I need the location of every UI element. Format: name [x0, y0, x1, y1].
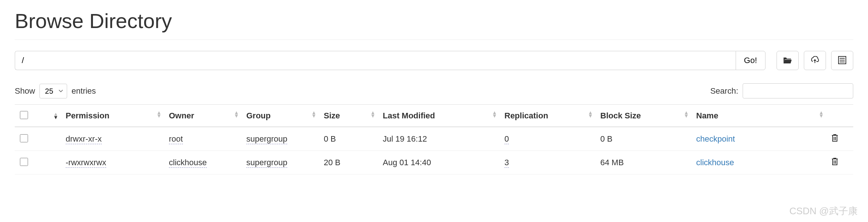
select-all-checkbox[interactable]	[20, 111, 28, 119]
upload-button[interactable]	[804, 51, 826, 70]
col-select-all[interactable]	[15, 105, 41, 127]
entries-select[interactable]: 25	[39, 84, 67, 98]
cell-size: 0 B	[324, 134, 336, 143]
search-input[interactable]	[743, 83, 853, 98]
col-last-modified[interactable]: Last Modified▲▼	[379, 105, 501, 127]
search-label: Search:	[710, 86, 738, 96]
cell-group[interactable]: supergroup	[246, 134, 287, 144]
cell-replication[interactable]: 3	[504, 158, 509, 168]
show-label: Show	[15, 86, 35, 96]
cell-block-size: 0 B	[600, 134, 612, 143]
col-permission[interactable]: Permission▲▼	[62, 105, 165, 127]
cell-last-modified: Aug 01 14:40	[383, 158, 431, 167]
col-name[interactable]: Name▲▼	[692, 105, 827, 127]
show-entries: Show 25 entries	[15, 84, 96, 98]
table-controls: Show 25 entries Search:	[15, 83, 853, 98]
col-group-label: Group	[246, 111, 271, 120]
col-owner[interactable]: Owner▲▼	[165, 105, 243, 127]
col-last-modified-label: Last Modified	[383, 111, 435, 120]
cell-block-size: 64 MB	[600, 158, 624, 167]
col-replication-label: Replication	[504, 111, 548, 120]
page-title: Browse Directory	[15, 9, 853, 33]
cell-name-link[interactable]: clickhouse	[696, 158, 734, 167]
col-permission-label: Permission	[66, 111, 110, 120]
trash-icon	[831, 159, 839, 168]
toolbar-buttons	[777, 51, 853, 70]
cell-name-link[interactable]: checkpoint	[696, 134, 735, 143]
col-owner-label: Owner	[169, 111, 194, 120]
col-group[interactable]: Group▲▼	[243, 105, 320, 127]
col-sort[interactable]: ▲▼	[41, 105, 62, 127]
table-row: drwxr-xr-x root supergroup 0 B Jul 19 16…	[15, 127, 853, 151]
upload-cloud-icon	[810, 56, 820, 65]
cell-replication[interactable]: 0	[504, 134, 509, 144]
sort-icon: ▲▼	[684, 111, 689, 118]
entries-label: entries	[72, 86, 96, 96]
col-block-size[interactable]: Block Size▲▼	[597, 105, 692, 127]
row-checkbox[interactable]	[20, 158, 28, 166]
col-size[interactable]: Size▲▼	[320, 105, 379, 127]
divider	[15, 39, 853, 40]
sort-icon: ▲▼	[156, 111, 162, 118]
sort-icon: ▲▼	[588, 111, 593, 118]
table-header-row: ▲▼ Permission▲▼ Owner▲▼ Group▲▼ Size▲▼ L…	[15, 105, 853, 127]
delete-button[interactable]	[831, 135, 839, 144]
sort-icon: ▲▼	[370, 111, 375, 118]
cell-permission[interactable]: -rwxrwxrwx	[66, 158, 106, 168]
sort-icon: ▲▼	[311, 111, 316, 118]
trash-icon	[831, 135, 839, 144]
row-checkbox[interactable]	[20, 134, 28, 142]
cell-owner[interactable]: root	[169, 134, 183, 144]
path-input[interactable]	[15, 51, 736, 70]
col-actions	[827, 105, 853, 127]
delete-button[interactable]	[831, 159, 839, 168]
cell-owner[interactable]: clickhouse	[169, 158, 207, 168]
cell-permission[interactable]: drwxr-xr-x	[66, 134, 102, 144]
cell-group[interactable]: supergroup	[246, 158, 287, 168]
open-folder-button[interactable]	[777, 51, 799, 70]
go-button[interactable]: Go!	[736, 51, 765, 70]
cell-last-modified: Jul 19 16:12	[383, 134, 427, 143]
list-view-button[interactable]	[831, 51, 853, 70]
col-name-label: Name	[696, 111, 718, 120]
col-block-size-label: Block Size	[600, 111, 641, 120]
col-size-label: Size	[324, 111, 340, 120]
path-toolbar: Go!	[15, 51, 853, 70]
search-wrap: Search:	[710, 83, 853, 98]
table-row: -rwxrwxrwx clickhouse supergroup 20 B Au…	[15, 151, 853, 174]
sort-icon: ▲▼	[53, 112, 58, 119]
col-replication[interactable]: Replication▲▼	[501, 105, 597, 127]
cell-size: 20 B	[324, 158, 340, 167]
file-table: ▲▼ Permission▲▼ Owner▲▼ Group▲▼ Size▲▼ L…	[15, 104, 853, 174]
list-icon	[838, 56, 846, 65]
sort-icon: ▲▼	[819, 111, 824, 118]
path-input-group: Go!	[15, 51, 765, 70]
sort-icon: ▲▼	[234, 111, 239, 118]
folder-open-icon	[783, 56, 792, 65]
sort-icon: ▲▼	[492, 111, 497, 118]
